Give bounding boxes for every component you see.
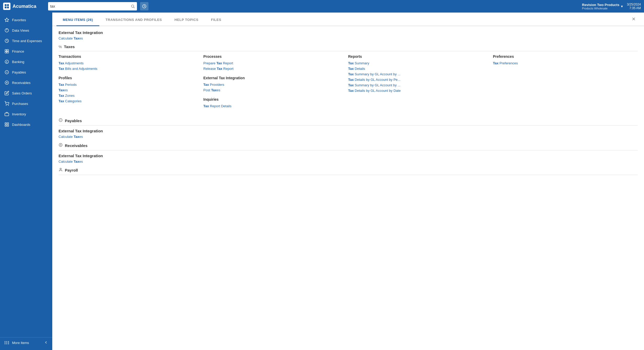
tab-menu-items[interactable]: MENU ITEMS (26) (56, 14, 99, 26)
svg-point-23 (8, 105, 9, 106)
results-area: External Tax Integration Calculate Taxes… (52, 26, 644, 350)
link-tax-summary-gl-2[interactable]: Tax Summary by GL Account by ... (348, 83, 489, 87)
sidebar-item-banking[interactable]: $ Banking (0, 57, 52, 67)
tab-transactions[interactable]: TRANSACTIONS AND PROFILES (99, 14, 168, 26)
sidebar-item-payables[interactable]: Payables (0, 67, 52, 77)
tab-help[interactable]: HELP TOPICS (168, 14, 205, 26)
date-display: 3/25/2024 (627, 3, 641, 6)
link-tax-periods[interactable]: Tax Periods (59, 83, 199, 87)
dataviews-icon (4, 28, 9, 33)
sidebar-item-inventory[interactable]: Inventory (0, 109, 52, 119)
tab-transactions-label: TRANSACTIONS AND PROFILES (106, 18, 162, 22)
search-input[interactable] (50, 4, 131, 8)
svg-point-32 (5, 341, 5, 342)
link-tax-details[interactable]: Tax Details (348, 67, 489, 71)
svg-rect-27 (7, 125, 9, 126)
svg-point-4 (131, 5, 134, 7)
link-release-tax-report[interactable]: Release Tax Report (203, 67, 344, 71)
sidebar-item-time-expenses[interactable]: Time and Expenses (0, 36, 52, 46)
sidebar-item-purchases[interactable]: Purchases (0, 98, 52, 109)
processes-column: Processes Prepare Tax Report Release Tax… (203, 54, 348, 114)
company-selector[interactable]: Revision Two Products Products Wholesale… (580, 2, 625, 11)
acumatica-logo[interactable] (3, 3, 10, 10)
time-expenses-icon (4, 38, 9, 43)
taxes-section: % Taxes Transactions Tax Adjustments Tax… (59, 42, 638, 114)
sidebar-label-purchases: Purchases (12, 102, 28, 106)
link-taxes[interactable]: Taxes (59, 88, 199, 92)
sidebar-item-more[interactable]: More Items (4, 340, 29, 345)
svg-rect-25 (5, 123, 6, 124)
logo-area: Acumatica (3, 3, 45, 10)
highlight-taxes: Tax (74, 36, 79, 40)
link-tax-summary[interactable]: Tax Summary (348, 61, 489, 65)
link-tax-bills-adjustments[interactable]: Tax Bills and Adjustments (59, 67, 199, 71)
sidebar-label-inventory: Inventory (12, 112, 26, 116)
link-tax-details-gl-pe[interactable]: Tax Details by GL Account by Pe... (348, 78, 489, 82)
app-name: Acumatica (13, 4, 36, 9)
payables-collapse-icon[interactable] (59, 118, 63, 123)
link-tax-report-details[interactable]: Tax Report Details (203, 104, 344, 108)
inquiries-col-title: Inquiries (203, 97, 344, 101)
svg-point-29 (5, 342, 5, 343)
sidebar-item-favorites[interactable]: Favorites (0, 15, 52, 25)
receivables-section-title: Receivables (65, 143, 88, 148)
receivables-expand-icon[interactable] (59, 143, 63, 148)
svg-text:$: $ (6, 61, 7, 63)
svg-rect-26 (7, 123, 9, 124)
receivables-ext-tax: External Tax Integration Calculate Taxes (59, 154, 638, 163)
tab-files-label: FILES (211, 18, 221, 22)
payables-section: Payables External Tax Integration Calcul… (59, 116, 638, 139)
payables-ext-tax: External Tax Integration Calculate Taxes (59, 129, 638, 139)
sidebar-item-receivables[interactable]: Receivables (0, 77, 52, 88)
svg-point-30 (7, 342, 7, 343)
link-calculate-taxes-top[interactable]: Calculate Taxes (59, 36, 638, 40)
link-tax-providers[interactable]: Tax Providers (203, 83, 344, 87)
svg-point-22 (6, 105, 7, 106)
svg-rect-11 (5, 49, 7, 51)
payroll-icon (59, 168, 63, 173)
link-tax-categories[interactable]: Tax Categories (59, 99, 199, 103)
link-tax-adjustments[interactable]: Tax Adjustments (59, 61, 199, 65)
close-button[interactable]: ✕ (628, 13, 640, 26)
taxes-section-title: Taxes (64, 44, 74, 49)
link-post-taxes[interactable]: Post Taxes (203, 88, 344, 92)
link-payables-calculate-taxes[interactable]: Calculate Taxes (59, 135, 638, 139)
reports-col-title: Reports (348, 54, 489, 59)
sidebar-item-sales-orders[interactable]: Sales Orders (0, 88, 52, 98)
link-tax-summary-gl-1[interactable]: Tax Summary by GL Account by ... (348, 72, 489, 76)
sidebar-collapse-button[interactable] (44, 340, 48, 345)
tab-files[interactable]: FILES (205, 14, 227, 26)
sidebar-item-dashboards[interactable]: Dashboards (0, 119, 52, 130)
inventory-icon (4, 111, 9, 117)
search-button[interactable] (131, 4, 135, 8)
sidebar-label-favorites: Favorites (12, 18, 26, 22)
sidebar-label-finance: Finance (12, 49, 24, 53)
svg-point-43 (60, 168, 61, 170)
purchases-icon (4, 101, 9, 106)
svg-rect-24 (5, 113, 9, 116)
payroll-section-header: Payroll (59, 166, 638, 175)
time-display: 7:35 AM (627, 6, 641, 10)
external-tax-top-section: External Tax Integration Calculate Taxes (59, 30, 638, 40)
link-receivables-calculate-taxes[interactable]: Calculate Taxes (59, 160, 638, 163)
link-tax-zones[interactable]: Tax Zones (59, 94, 199, 98)
receivables-icon (4, 80, 9, 85)
link-tax-preferences[interactable]: Tax Preferences (493, 61, 634, 65)
history-button[interactable] (140, 2, 148, 10)
payables-section-title: Payables (65, 118, 82, 123)
svg-rect-14 (7, 52, 9, 53)
svg-point-37 (8, 343, 9, 344)
tab-menu-items-label: MENU ITEMS (26) (63, 18, 93, 22)
sidebar-item-dataviews[interactable]: Data Views (0, 25, 52, 36)
datetime: 3/25/2024 7:35 AM (627, 3, 641, 10)
sidebar-item-finance[interactable]: Finance (0, 46, 52, 57)
svg-point-35 (5, 343, 5, 344)
transactions-column: Transactions Tax Adjustments Tax Bills a… (59, 54, 203, 114)
svg-point-31 (8, 342, 9, 343)
link-tax-details-gl-date[interactable]: Tax Details by GL Account by Date (348, 89, 489, 93)
sidebar: Favorites Data Views Time and Expenses (0, 13, 52, 350)
taxes-results-grid: Transactions Tax Adjustments Tax Bills a… (59, 54, 638, 114)
payables-section-header: Payables (59, 116, 638, 126)
sidebar-label-time-expenses: Time and Expenses (12, 39, 42, 43)
link-prepare-tax-report[interactable]: Prepare Tax Report (203, 61, 344, 65)
